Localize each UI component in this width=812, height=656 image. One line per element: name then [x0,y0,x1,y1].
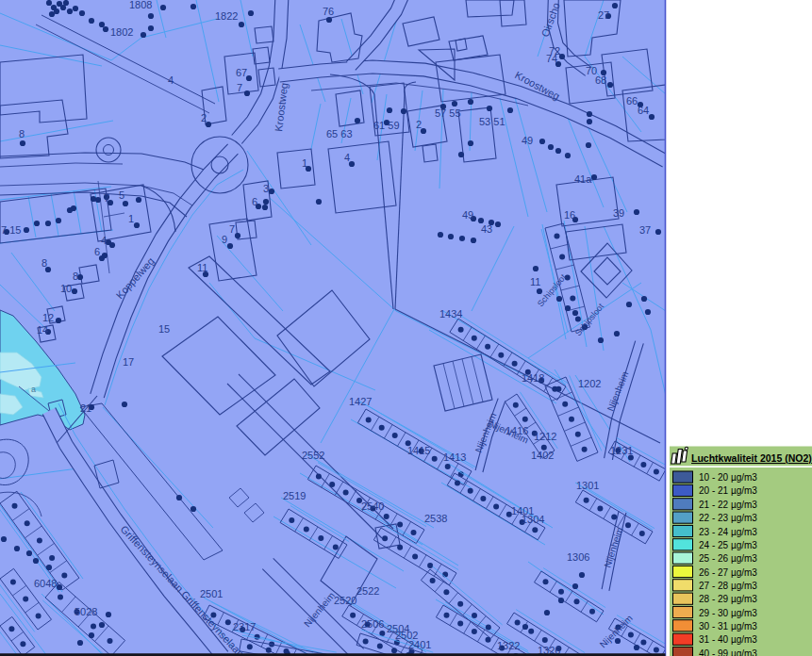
svg-text:74: 74 [546,53,557,64]
svg-text:37: 37 [639,224,651,236]
svg-text:2522: 2522 [356,585,379,597]
svg-text:57 55: 57 55 [435,107,461,119]
svg-text:2501: 2501 [200,588,223,599]
svg-text:2538: 2538 [424,513,447,524]
svg-text:1418: 1418 [522,372,544,384]
svg-text:1808: 1808 [129,0,152,10]
svg-text:1306: 1306 [567,551,589,563]
svg-text:7: 7 [229,223,235,235]
svg-text:6: 6 [252,196,257,207]
svg-text:21: 21 [80,402,91,414]
svg-text:31 - 40 µg/m3: 31 - 40 µg/m3 [699,634,757,645]
svg-text:61 59: 61 59 [373,120,400,131]
svg-text:1434: 1434 [439,308,462,320]
svg-text:66: 66 [626,95,638,107]
svg-text:17: 17 [123,356,134,368]
svg-text:15: 15 [158,323,170,335]
svg-text:28 - 29 µg/m3: 28 - 29 µg/m3 [699,594,757,604]
svg-text:49: 49 [462,209,473,221]
svg-text:1202: 1202 [578,378,601,389]
svg-text:64: 64 [638,105,649,116]
svg-text:7: 7 [237,82,242,93]
svg-text:2317: 2317 [233,621,256,632]
svg-text:8: 8 [19,128,25,139]
svg-text:2520: 2520 [334,595,356,606]
svg-text:6: 6 [94,246,100,257]
svg-text:10 - 20 µg/m3: 10 - 20 µg/m3 [699,472,757,483]
svg-text:2519: 2519 [283,490,306,501]
svg-text:1402: 1402 [531,450,554,461]
svg-text:8: 8 [41,257,47,269]
svg-text:Luchtkwaliteit 2015 (NO2): Luchtkwaliteit 2015 (NO2) [691,452,812,464]
svg-text:27 - 28 µg/m3: 27 - 28 µg/m3 [699,581,757,591]
svg-text:41a: 41a [574,173,592,185]
svg-text:2401: 2401 [408,639,431,650]
svg-text:30 - 31 µg/m3: 30 - 31 µg/m3 [699,621,757,631]
svg-text:1415: 1415 [407,445,430,456]
svg-text:1: 1 [302,157,307,169]
svg-text:20 - 21 µg/m3: 20 - 21 µg/m3 [699,485,757,496]
svg-text:49: 49 [522,135,533,146]
svg-text:1822: 1822 [215,10,238,22]
svg-text:11: 11 [197,262,207,273]
svg-text:7 15: 7 15 [1,224,21,236]
svg-text:1212: 1212 [534,431,556,442]
svg-text:1427: 1427 [349,396,372,407]
svg-text:53 51: 53 51 [479,116,505,127]
svg-text:a: a [31,385,36,394]
svg-text:2540: 2540 [361,500,384,512]
svg-text:21 - 22 µg/m3: 21 - 22 µg/m3 [699,500,757,510]
svg-text:43: 43 [481,223,492,235]
svg-text:23 - 24 µg/m3: 23 - 24 µg/m3 [699,527,757,537]
svg-text:1301: 1301 [576,480,599,491]
svg-text:5: 5 [119,189,124,201]
svg-text:1802: 1802 [110,26,133,38]
svg-text:40 - 99 µg/m3: 40 - 99 µg/m3 [699,648,757,656]
svg-text:10: 10 [60,283,72,294]
svg-text:1413: 1413 [443,451,466,463]
svg-text:2506: 2506 [361,618,384,630]
svg-text:1231: 1231 [610,445,633,456]
svg-text:12: 12 [42,312,54,323]
svg-text:2: 2 [416,119,422,130]
svg-text:67: 67 [236,67,247,78]
svg-text:1322: 1322 [497,640,520,651]
svg-text:6048: 6048 [34,578,57,589]
svg-text:2: 2 [201,112,207,123]
svg-text:68: 68 [595,74,606,86]
svg-text:2552: 2552 [302,450,324,461]
svg-text:9: 9 [222,234,227,245]
svg-text:39: 39 [613,207,624,219]
svg-text:16: 16 [564,209,575,221]
svg-text:24 - 25 µg/m3: 24 - 25 µg/m3 [699,540,757,550]
svg-text:29 - 30 µg/m3: 29 - 30 µg/m3 [699,608,757,618]
svg-text:1: 1 [128,213,134,224]
svg-text:26 - 27 µg/m3: 26 - 27 µg/m3 [699,567,757,578]
svg-text:25 - 26 µg/m3: 25 - 26 µg/m3 [699,553,757,564]
svg-text:22 - 23 µg/m3: 22 - 23 µg/m3 [699,513,757,523]
svg-text:11: 11 [530,276,540,287]
svg-text:76: 76 [323,6,334,17]
svg-text:8: 8 [73,271,78,282]
svg-text:4: 4 [344,152,350,163]
svg-text:4: 4 [101,235,107,246]
svg-text:27: 27 [598,9,609,21]
svg-text:4: 4 [168,74,174,86]
svg-text:1304: 1304 [522,514,544,525]
svg-text:3: 3 [263,183,269,194]
svg-text:7: 7 [104,192,109,204]
svg-text:14: 14 [37,324,48,336]
svg-text:65 63: 65 63 [326,128,353,139]
svg-text:5028: 5028 [75,606,97,617]
